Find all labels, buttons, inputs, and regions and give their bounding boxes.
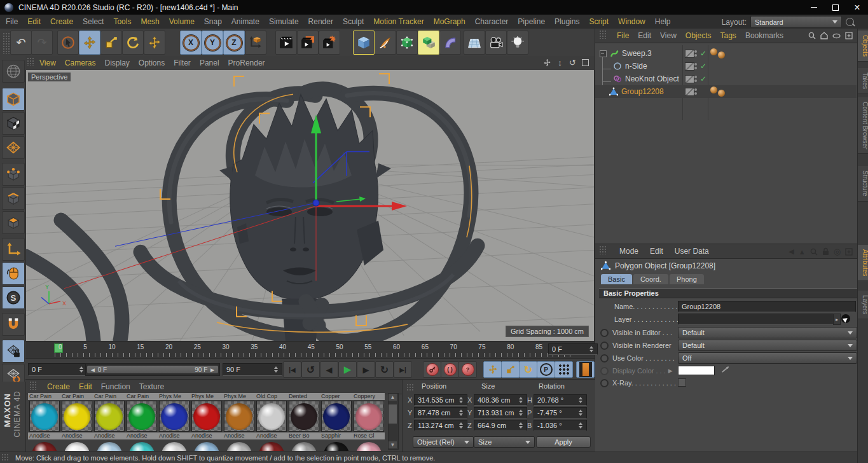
object-manager-menu-item[interactable]: File — [617, 31, 629, 40]
material-item-partial[interactable] — [255, 440, 287, 451]
search-icon[interactable] — [808, 32, 816, 39]
material-item[interactable]: Dented Beer Bo — [287, 393, 320, 440]
tab-takes[interactable]: Takes — [858, 68, 868, 94]
layout-dropdown[interactable]: Standard — [750, 16, 842, 28]
material-menu-item[interactable]: Edit — [79, 382, 92, 391]
material-item-partial[interactable] — [28, 440, 60, 451]
timeline-ruler[interactable]: 051015202530354045505560657075808590 0 F — [25, 341, 595, 359]
home-icon[interactable] — [820, 32, 828, 39]
key-parameter-toggle[interactable]: P — [537, 361, 555, 378]
material-item-partial[interactable] — [223, 440, 255, 451]
material-thumbnail[interactable] — [29, 401, 60, 432]
tab-structure[interactable]: Structure — [858, 166, 868, 202]
object-manager-menu-item[interactable]: Edit — [638, 31, 651, 40]
layer-swatch-icon[interactable] — [685, 62, 694, 71]
name-input[interactable]: Group12208 — [678, 301, 856, 312]
menu-item[interactable]: Animate — [231, 17, 259, 26]
toolbar-drag-handle[interactable] — [3, 32, 10, 54]
material-item-partial[interactable] — [93, 440, 125, 451]
y-axis-lock-button[interactable]: Y — [202, 31, 223, 55]
record-keyframe-button[interactable] — [423, 361, 441, 378]
spline-pen-button[interactable] — [375, 31, 396, 55]
status-bar-handle[interactable] — [1, 453, 9, 460]
polygons-mode-button[interactable] — [2, 211, 25, 234]
material-thumbnail[interactable] — [354, 401, 384, 432]
layer-swatch-icon[interactable] — [685, 75, 694, 83]
material-thumbnail[interactable] — [289, 401, 319, 432]
viewport-canvas[interactable]: Y X Perspective Grid Spacing : 1000 cm — [26, 70, 595, 341]
material-tag-icon[interactable] — [710, 86, 717, 93]
range-right-label[interactable]: 90 F ► — [195, 366, 216, 373]
play-backwards-button[interactable]: ↺ — [301, 361, 320, 378]
keyframe-circle-icon[interactable] — [600, 329, 609, 337]
move-tool-button[interactable] — [79, 31, 100, 55]
scroll-up-icon[interactable]: ▲ — [389, 394, 397, 401]
size-mode-dropdown[interactable]: Size — [474, 436, 535, 448]
use-color-dropdown[interactable]: Off — [678, 352, 857, 364]
target-icon[interactable]: ◎ — [834, 247, 841, 256]
material-scrollbar[interactable]: ▲ ▼ — [388, 393, 399, 450]
spinner-icon[interactable] — [588, 345, 594, 354]
preview-range-slider[interactable]: ◄ 0 F 90 F ► — [85, 363, 220, 376]
viewport-menu-handle[interactable] — [27, 57, 34, 66]
rot-h-field[interactable]: 20.768 ° — [534, 394, 587, 406]
texture-mode-button[interactable] — [2, 112, 25, 135]
spinner-icon[interactable] — [273, 365, 279, 374]
viewport-menu-item[interactable]: Cameras — [65, 59, 96, 67]
record-options-button[interactable]: ( ) — [441, 361, 459, 378]
visibility-dots[interactable] — [694, 88, 697, 95]
viewport-menu-item[interactable]: View — [39, 59, 56, 67]
deformers-button[interactable] — [439, 31, 461, 55]
size-z-field[interactable]: 664.9 cm — [474, 420, 527, 431]
minimize-button[interactable] — [803, 0, 825, 15]
x-axis-lock-button[interactable]: X — [180, 31, 202, 55]
material-item[interactable]: Car Pain Anodise — [28, 393, 60, 440]
layer-input[interactable] — [678, 314, 839, 325]
visible-editor-dropdown[interactable]: Default — [678, 327, 857, 338]
axis-mode-button[interactable] — [2, 238, 25, 261]
expand-arrow-icon[interactable]: ▶ — [668, 368, 673, 374]
layer-swatch-icon[interactable] — [685, 88, 694, 96]
spinner-icon[interactable] — [577, 421, 583, 430]
edges-mode-button[interactable] — [2, 187, 25, 210]
material-item-partial[interactable] — [320, 440, 352, 451]
autokey-help-button[interactable]: ? — [458, 361, 477, 378]
play-loop-button[interactable]: ↻ — [375, 361, 394, 378]
menu-item[interactable]: Motion Tracker — [373, 17, 424, 26]
material-menu-item[interactable]: Texture — [139, 382, 164, 391]
apply-button[interactable]: Apply — [536, 436, 591, 448]
z-axis-lock-button[interactable]: Z — [223, 31, 245, 55]
live-selection-button[interactable] — [57, 31, 79, 55]
material-item[interactable]: Phys Me Anodise — [223, 393, 255, 440]
pos-x-field[interactable]: 314.535 cm — [414, 394, 467, 406]
search-icon[interactable] — [846, 18, 854, 26]
menu-item[interactable]: Edit — [27, 17, 41, 26]
object-row-sweep[interactable]: Sweep.3 ✓ — [595, 47, 857, 60]
viewport-menu-item[interactable]: ProRender — [228, 59, 265, 67]
object-manager-menu-item[interactable]: Objects — [685, 31, 712, 40]
material-thumbnail[interactable] — [94, 401, 125, 432]
render-view-button[interactable] — [275, 31, 297, 55]
material-thumbnail[interactable] — [127, 401, 157, 432]
current-frame-field[interactable]: 0 F — [548, 343, 598, 355]
object-label[interactable]: Group12208 — [621, 87, 664, 96]
enable-check-icon[interactable]: ✓ — [700, 74, 706, 83]
menu-item[interactable]: Plugins — [555, 17, 579, 26]
menu-item[interactable]: Script — [589, 17, 609, 26]
workplane-mode-button[interactable] — [2, 136, 25, 159]
next-frame-button[interactable]: ▶ — [357, 361, 375, 378]
attribute-menu-item[interactable]: Edit — [650, 247, 663, 256]
material-item[interactable]: Car Pain Anodise — [93, 393, 125, 440]
tab-coord[interactable]: Coord. — [633, 274, 668, 284]
material-item[interactable]: Phys Me Anodise — [190, 393, 223, 440]
menu-item[interactable]: Window — [618, 17, 645, 26]
material-thumbnail[interactable] — [191, 401, 222, 432]
menu-item[interactable]: Sculpt — [343, 17, 364, 26]
spinner-icon[interactable] — [518, 408, 523, 417]
tab-objects[interactable]: Objects — [858, 31, 868, 62]
visible-renderer-dropdown[interactable]: Default — [678, 340, 857, 351]
object-label[interactable]: n-Side — [625, 62, 647, 71]
section-basic-properties[interactable]: Basic Properties — [599, 288, 858, 298]
points-mode-button[interactable] — [2, 163, 25, 186]
snap-settings-button[interactable]: S — [2, 286, 25, 309]
